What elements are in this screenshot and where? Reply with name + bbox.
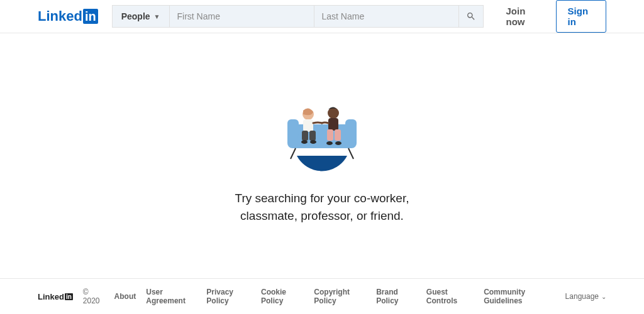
language-selector[interactable]: Language ⌄ bbox=[565, 292, 606, 301]
last-name-input[interactable] bbox=[314, 5, 458, 28]
prompt-line-2: classmate, professor, or friend. bbox=[235, 207, 409, 225]
svg-rect-2 bbox=[345, 119, 357, 138]
search-button[interactable] bbox=[458, 5, 484, 28]
footer-link-user-agreement[interactable]: User Agreement bbox=[146, 288, 196, 305]
search-bar: People ▼ bbox=[112, 5, 484, 28]
join-now-link[interactable]: Join now bbox=[499, 1, 548, 32]
language-label: Language bbox=[565, 292, 599, 301]
chevron-down-icon: ⌄ bbox=[601, 293, 606, 300]
svg-point-16 bbox=[335, 141, 341, 145]
linkedin-logo[interactable]: Linkedin bbox=[38, 8, 98, 24]
empty-state-prompt: Try searching for your co-worker, classm… bbox=[235, 190, 409, 225]
header: Linkedin People ▼ Join now Sign in bbox=[0, 0, 644, 33]
search-icon bbox=[466, 11, 476, 21]
logo-text: Linked bbox=[38, 8, 82, 24]
svg-point-9 bbox=[301, 140, 308, 144]
sign-in-button[interactable]: Sign in bbox=[556, 0, 606, 33]
footer-logo-box: in bbox=[65, 293, 73, 300]
main-content: Try searching for your co-worker, classm… bbox=[0, 33, 644, 284]
empty-state-illustration bbox=[265, 93, 379, 175]
footer-link-cookie-policy[interactable]: Cookie Policy bbox=[261, 288, 304, 305]
svg-point-15 bbox=[326, 141, 333, 145]
svg-line-3 bbox=[291, 148, 296, 159]
svg-rect-1 bbox=[287, 119, 299, 138]
footer-link-guest-controls[interactable]: Guest Controls bbox=[426, 288, 474, 305]
svg-line-4 bbox=[348, 148, 353, 159]
footer-link-about[interactable]: About bbox=[114, 292, 136, 301]
svg-rect-7 bbox=[302, 131, 308, 141]
footer-link-community-guidelines[interactable]: Community Guidelines bbox=[484, 288, 555, 305]
first-name-input[interactable] bbox=[169, 5, 314, 28]
logo-box: in bbox=[83, 9, 98, 24]
search-type-label: People bbox=[121, 11, 150, 21]
footer-link-brand-policy[interactable]: Brand Policy bbox=[376, 288, 416, 305]
footer-link-privacy-policy[interactable]: Privacy Policy bbox=[206, 288, 251, 305]
svg-point-10 bbox=[310, 140, 316, 144]
svg-rect-13 bbox=[327, 129, 333, 141]
footer-logo: Linkedin bbox=[38, 292, 73, 301]
svg-rect-12 bbox=[328, 118, 338, 131]
search-type-dropdown[interactable]: People ▼ bbox=[112, 5, 169, 28]
prompt-line-1: Try searching for your co-worker, bbox=[235, 190, 409, 208]
svg-rect-8 bbox=[309, 131, 316, 141]
copyright-text: © 2020 bbox=[83, 288, 104, 305]
svg-rect-6 bbox=[303, 119, 313, 132]
footer-logo-text: Linked bbox=[38, 292, 64, 301]
chevron-down-icon: ▼ bbox=[154, 13, 160, 20]
footer: Linkedin © 2020 About User Agreement Pri… bbox=[0, 278, 644, 314]
footer-link-copyright-policy[interactable]: Copyright Policy bbox=[314, 288, 366, 305]
svg-point-11 bbox=[328, 107, 339, 119]
svg-rect-14 bbox=[335, 129, 341, 141]
